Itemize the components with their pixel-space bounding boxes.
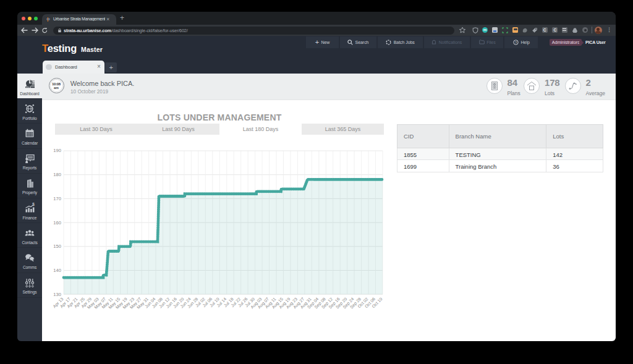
- svg-text:140: 140: [53, 267, 61, 273]
- svg-text:?: ?: [515, 40, 517, 44]
- svg-text:$: $: [32, 203, 35, 207]
- svg-text:170: 170: [53, 195, 61, 201]
- svg-text:130: 130: [53, 291, 61, 297]
- svg-text:190: 190: [53, 148, 61, 153]
- svg-text:160: 160: [53, 219, 61, 225]
- svg-text:180: 180: [53, 172, 61, 177]
- svg-text:150: 150: [53, 243, 61, 249]
